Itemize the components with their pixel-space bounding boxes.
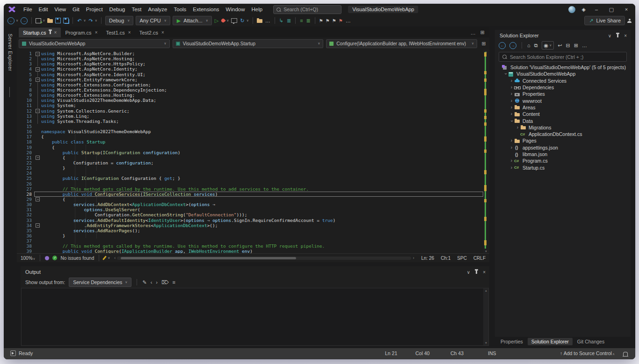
type-dropdown[interactable]: VisualStudioDemoWebApp.Startup ∨ bbox=[173, 39, 324, 48]
se-forward-icon[interactable]: → bbox=[509, 42, 516, 49]
fold-margin[interactable] bbox=[34, 150, 41, 155]
code-line[interactable]: 30 services.AddDbContext<ApplicationDbCo… bbox=[17, 202, 483, 207]
fold-margin[interactable] bbox=[34, 82, 41, 87]
tree-item-startup-cs[interactable]: ›Startup.cs bbox=[495, 164, 631, 171]
code-line[interactable]: 32 Configuration.GetConnectionString("De… bbox=[17, 212, 483, 217]
fold-margin[interactable] bbox=[34, 176, 41, 181]
spaces-indicator[interactable]: SPC bbox=[457, 256, 467, 261]
user-avatar[interactable] bbox=[568, 6, 575, 13]
menu-item-debug[interactable]: Debug bbox=[106, 6, 129, 13]
tab-options-icon[interactable]: ⊞ bbox=[480, 29, 485, 36]
tree-item-libman-json[interactable]: libman.json bbox=[495, 151, 631, 157]
document-tab-program-cs[interactable]: Program.cs× bbox=[61, 28, 102, 37]
tree-item-connected-services[interactable]: ›Connected Services bbox=[495, 78, 631, 84]
start-without-debugging-icon[interactable]: ▷ bbox=[214, 18, 219, 23]
menu-item-edit[interactable]: Edit bbox=[36, 6, 51, 13]
next-bookmark-icon[interactable]: ⚑ bbox=[332, 18, 336, 23]
fold-margin[interactable] bbox=[34, 139, 41, 144]
code-line[interactable]: 3using Microsoft.AspNetCore.HttpsPolicy; bbox=[17, 61, 483, 66]
toolbar-overflow-icon[interactable]: … bbox=[265, 18, 271, 23]
find-message-icon[interactable]: ✎ bbox=[142, 279, 146, 285]
tree-chevron-icon[interactable]: › bbox=[515, 125, 520, 130]
line-ending-indicator[interactable]: CRLF bbox=[473, 256, 486, 261]
menu-item-test[interactable]: Test bbox=[128, 6, 145, 13]
fold-margin[interactable] bbox=[34, 66, 41, 71]
minimize-button[interactable]: – bbox=[592, 7, 601, 12]
fold-margin[interactable] bbox=[34, 238, 41, 243]
notifications-bell[interactable] bbox=[623, 351, 628, 357]
menu-item-analyze[interactable]: Analyze bbox=[145, 6, 171, 13]
prev-bookmark-icon[interactable]: ⚑ bbox=[326, 18, 330, 23]
tree-chevron-icon[interactable]: › bbox=[509, 138, 514, 143]
fold-margin[interactable] bbox=[34, 145, 41, 150]
code-line[interactable]: 7using Microsoft.Extensions.Configuratio… bbox=[17, 82, 483, 87]
tree-item-pages[interactable]: ›Pages bbox=[495, 137, 631, 144]
panel-tab-git-changes[interactable]: Git Changes bbox=[574, 338, 608, 345]
fold-margin[interactable] bbox=[34, 186, 41, 192]
redo-icon[interactable]: ↷ bbox=[88, 18, 94, 23]
fold-margin[interactable] bbox=[34, 77, 41, 82]
restart-caret[interactable]: ∨ bbox=[247, 19, 249, 22]
find-in-files-icon[interactable] bbox=[257, 19, 262, 23]
output-collapse-icon[interactable]: ∨ bbox=[467, 270, 470, 275]
output-scroll-down-icon[interactable]: ▼ bbox=[485, 342, 487, 344]
new-project-icon[interactable] bbox=[36, 18, 41, 23]
code-line[interactable]: 23 } bbox=[17, 165, 483, 171]
se-overflow-icon[interactable]: … bbox=[582, 43, 587, 48]
code-line[interactable]: 35 services.AddRazorPages(); bbox=[17, 228, 483, 233]
tree-item-wwwroot[interactable]: ›wwwroot bbox=[495, 97, 631, 104]
clear-bookmarks-icon[interactable]: ⚑ bbox=[339, 18, 343, 23]
code-line[interactable]: 20 public Startup(IConfiguration configu… bbox=[17, 150, 483, 155]
se-switch-views-icon[interactable]: ⧉ bbox=[534, 43, 538, 49]
navigate-forward-icon[interactable]: → bbox=[21, 17, 28, 24]
tree-chevron-icon[interactable]: › bbox=[509, 85, 514, 90]
fold-margin[interactable] bbox=[34, 192, 41, 197]
solution-explorer-search-input[interactable]: Search Solution Explorer (Ctrl + ;) bbox=[499, 52, 627, 62]
tab-close-icon[interactable]: × bbox=[95, 30, 98, 35]
fold-margin[interactable] bbox=[34, 103, 41, 108]
tab-pin-icon[interactable] bbox=[50, 31, 51, 34]
tree-chevron-icon[interactable]: › bbox=[509, 118, 514, 123]
se-scope-dropdown[interactable]: ◉ ∨ bbox=[542, 41, 554, 50]
status-char[interactable]: Ch 43 bbox=[450, 350, 464, 356]
fold-margin[interactable] bbox=[34, 129, 41, 134]
fold-margin[interactable] bbox=[34, 181, 41, 186]
se-sync-active-document-icon[interactable]: ↩ bbox=[558, 43, 562, 49]
indent-lines-icon[interactable]: ≡ bbox=[299, 18, 303, 23]
code-line[interactable]: 25 public IConfiguration Configuration {… bbox=[17, 176, 483, 181]
tree-item-content[interactable]: ›Content bbox=[495, 111, 631, 117]
fold-margin[interactable] bbox=[34, 212, 41, 217]
fold-margin[interactable] bbox=[34, 93, 41, 98]
project-dropdown[interactable]: VisualStudioDemoWebApp ∨ bbox=[19, 39, 170, 48]
live-share-button[interactable]: ↗ Live Share bbox=[584, 16, 625, 25]
toggle-bookmark-icon[interactable]: ⚑ bbox=[319, 18, 323, 23]
code-line[interactable]: 16namespace VisualStudio2022ThemeDemoWeb… bbox=[17, 129, 483, 134]
code-line[interactable]: 26 bbox=[17, 181, 483, 186]
code-line[interactable]: 36 } bbox=[17, 233, 483, 238]
start-debug-button[interactable]: ▶ Attach... ∨ bbox=[173, 16, 212, 25]
code-line[interactable]: 1using Microsoft.AspNetCore.Builder; bbox=[17, 51, 483, 56]
se-collapse-icon[interactable]: ∨ bbox=[608, 33, 611, 38]
navigate-back-caret[interactable]: ∨ bbox=[16, 19, 18, 22]
panel-tab-solution-explorer[interactable]: Solution Explorer bbox=[528, 338, 573, 345]
code-line[interactable]: 2using Microsoft.AspNetCore.Hosting; bbox=[17, 56, 483, 61]
code-editor[interactable]: 1using Microsoft.AspNetCore.Builder;2usi… bbox=[17, 50, 489, 253]
tree-item-appsettings-json[interactable]: ›appsettings.json bbox=[495, 144, 631, 151]
code-line[interactable]: 31 options.UseSqlServer( bbox=[17, 207, 483, 212]
tree-item-solution-visualstudiodemowebapp-5-of-5-p[interactable]: Solution 'VisualStudioDemoWebApp' (5 of … bbox=[495, 64, 631, 71]
feedback-icon[interactable]: ◈ bbox=[582, 7, 586, 13]
code-cleanup-icon[interactable] bbox=[102, 256, 107, 260]
fold-margin[interactable] bbox=[34, 56, 41, 61]
output-close-icon[interactable]: × bbox=[483, 270, 486, 275]
tree-item-data[interactable]: ›Data bbox=[495, 117, 631, 124]
tree-item-visualstudiodemowebapp[interactable]: ›VisualStudioDemoWebApp bbox=[495, 71, 631, 77]
prev-message-icon[interactable]: ‹ bbox=[151, 279, 152, 285]
output-source-dropdown[interactable]: Service Dependencies ∨ bbox=[69, 278, 131, 287]
code-line[interactable]: 6using Microsoft.EntityFrameworkCore; bbox=[17, 77, 483, 82]
tree-chevron-icon[interactable]: › bbox=[509, 158, 514, 163]
navigate-back-icon[interactable]: ← bbox=[7, 17, 15, 24]
output-scrollbar[interactable]: ▲ ▼ bbox=[483, 288, 488, 345]
code-line[interactable]: 14using System.Threading.Tasks; bbox=[17, 119, 483, 124]
fold-margin[interactable] bbox=[34, 218, 41, 223]
code-structure-icon[interactable]: ≣ bbox=[286, 18, 291, 23]
